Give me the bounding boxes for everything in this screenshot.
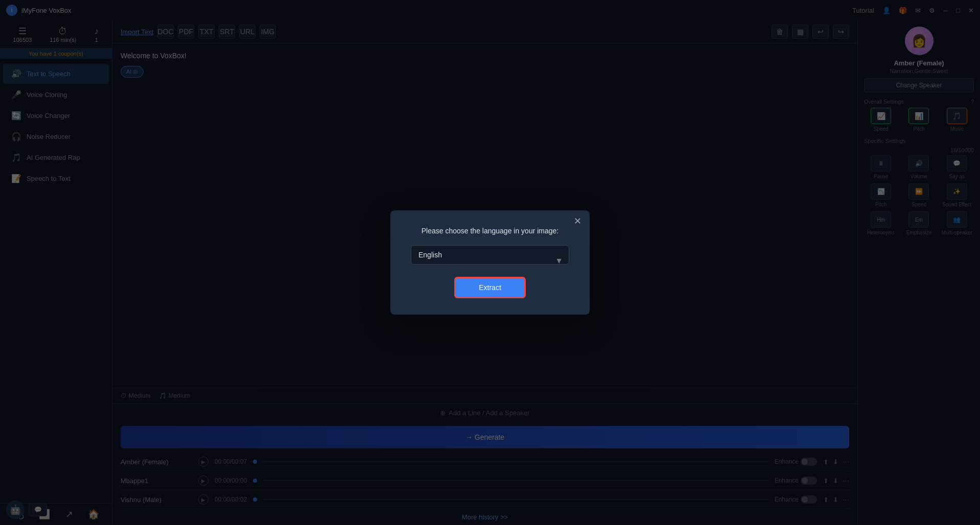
extract-button[interactable]: Extract	[454, 277, 526, 298]
dialog-close-button[interactable]: ✕	[574, 217, 581, 226]
dialog-overlay[interactable]: ✕ Please choose the language in your ima…	[0, 0, 980, 525]
dialog-title: Please choose the language in your image…	[411, 227, 569, 235]
language-dialog: ✕ Please choose the language in your ima…	[390, 210, 590, 315]
language-select-wrapper: English Chinese Spanish French German Ja…	[411, 245, 569, 277]
language-select[interactable]: English Chinese Spanish French German Ja…	[411, 245, 569, 265]
